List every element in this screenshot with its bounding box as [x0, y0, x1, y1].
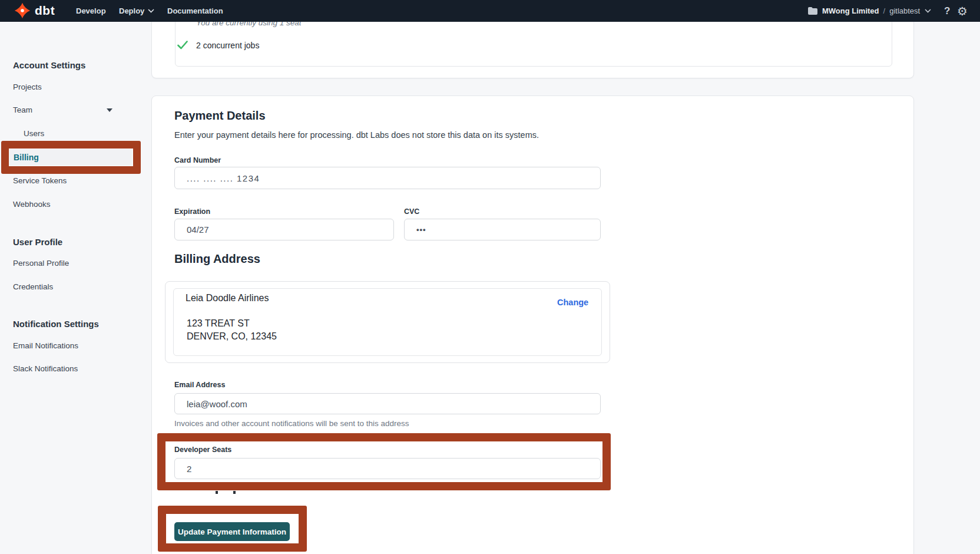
sidebar-item-billing[interactable]: Billing — [8, 149, 133, 166]
dbt-logo-text: dbt — [35, 4, 55, 18]
chevron-down-icon — [925, 9, 931, 13]
sidebar-item-billing-label: Billing — [14, 153, 39, 162]
nav-deploy[interactable]: Deploy — [119, 0, 154, 22]
card-number-input[interactable]: .... .... .... 1234 — [174, 167, 601, 189]
nav-documentation-label: Documentation — [167, 6, 223, 15]
sidebar-item-credentials[interactable]: Credentials — [13, 282, 53, 291]
email-address-label: Email Address — [174, 381, 225, 389]
nav-documentation[interactable]: Documentation — [167, 0, 223, 22]
sidebar-item-email-notifications[interactable]: Email Notifications — [13, 341, 78, 350]
billing-address-name: Leia Doodle Airlines — [186, 293, 269, 304]
sidebar-item-projects[interactable]: Projects — [13, 83, 42, 91]
gear-icon: ⚙ — [957, 5, 968, 17]
change-address-link[interactable]: Change — [557, 298, 588, 307]
occluded-text-fragment — [216, 491, 218, 494]
dbt-logo[interactable]: dbt — [14, 2, 55, 19]
sidebar-section-user-profile: User Profile — [13, 237, 62, 247]
cvc-label: CVC — [404, 207, 419, 216]
help-button[interactable]: ? — [944, 0, 950, 22]
dbt-logo-icon — [14, 2, 31, 19]
billing-address-street: 123 TREAT ST — [187, 318, 250, 329]
cvc-input[interactable]: ••• — [404, 219, 601, 240]
sidebar-item-personal-profile[interactable]: Personal Profile — [13, 259, 69, 268]
team-collapse-icon[interactable] — [107, 108, 112, 112]
payment-details-title: Payment Details — [174, 109, 266, 123]
expiration-input[interactable]: 04/27 — [174, 219, 394, 240]
concurrent-jobs-feature: 2 concurrent jobs — [196, 41, 259, 50]
card-number-label: Card Number — [174, 156, 221, 164]
account-switcher[interactable]: MWong Limited / gitlabtest — [808, 0, 931, 22]
billing-address-title: Billing Address — [174, 252, 260, 266]
top-navbar: dbt Develop Deploy Documentation MWong L… — [0, 0, 980, 22]
expiration-label: Expiration — [174, 207, 210, 216]
sidebar-item-service-tokens[interactable]: Service Tokens — [13, 176, 67, 185]
nav-develop-label: Develop — [76, 6, 106, 15]
check-icon — [177, 41, 188, 50]
sidebar-item-webhooks[interactable]: Webhooks — [13, 200, 51, 209]
nav-deploy-label: Deploy — [119, 6, 144, 15]
chevron-down-icon — [148, 9, 154, 13]
folder-icon — [808, 7, 817, 15]
settings-button[interactable]: ⚙ — [957, 0, 968, 22]
sidebar-item-slack-notifications[interactable]: Slack Notifications — [13, 364, 78, 373]
payment-details-description: Enter your payment details here for proc… — [174, 130, 539, 140]
breadcrumb-separator: / — [883, 6, 886, 15]
sidebar-item-team[interactable]: Team — [13, 105, 32, 114]
sidebar-item-users[interactable]: Users — [24, 129, 44, 138]
email-address-input[interactable]: leia@woof.com — [174, 393, 601, 414]
project-name: gitlabtest — [889, 6, 920, 15]
sidebar-section-account-settings: Account Settings — [13, 60, 85, 70]
developer-seats-input[interactable]: 2 — [174, 458, 601, 479]
developer-seats-label: Developer Seats — [174, 446, 231, 454]
occluded-text-fragment — [233, 491, 236, 494]
account-name: MWong Limited — [822, 6, 879, 15]
update-payment-button[interactable]: Update Payment Information — [174, 522, 290, 541]
billing-address-city: DENVER, CO, 12345 — [187, 331, 277, 342]
nav-develop[interactable]: Develop — [76, 0, 106, 22]
sidebar-section-notification-settings: Notification Settings — [13, 319, 99, 329]
email-helper-text: Invoices and other account notifications… — [174, 419, 409, 428]
